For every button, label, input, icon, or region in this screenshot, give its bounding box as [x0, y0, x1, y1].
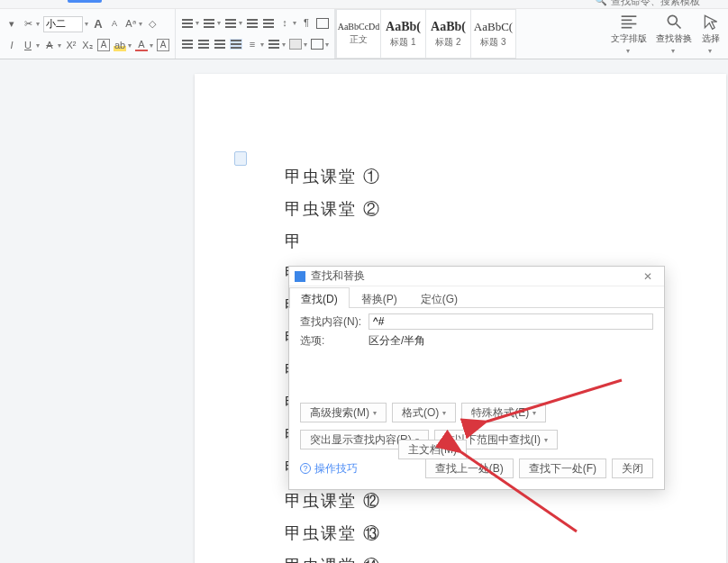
paste-icon[interactable]: ▾ — [5, 18, 18, 31]
tab-replace[interactable]: 替换(P) — [350, 287, 409, 308]
page-nav-icon[interactable] — [234, 151, 247, 166]
dialog-title-text: 查找和替换 — [311, 268, 365, 284]
find-content-input[interactable] — [369, 313, 653, 330]
doc-line[interactable]: 甲虫课堂 ⑭ — [285, 549, 636, 563]
strike-icon[interactable]: A — [43, 39, 56, 51]
svg-rect-2 — [622, 23, 637, 25]
decrease-indent-icon[interactable] — [262, 18, 275, 29]
borders-icon[interactable] — [311, 39, 323, 50]
menu-dev[interactable]: 开发工具 — [327, 0, 381, 3]
line-spacing-icon[interactable]: ≡ — [246, 38, 259, 50]
underline-icon[interactable]: U — [22, 39, 34, 51]
increase-font-icon[interactable]: A — [92, 18, 105, 31]
tab-find[interactable]: 查找(D) — [289, 287, 350, 308]
text-layout-button[interactable]: 文字排版▾ — [611, 13, 647, 55]
find-next-button[interactable]: 查找下一处(F) — [519, 459, 606, 478]
doc-line[interactable]: 甲虫课堂 ⑬ — [285, 517, 636, 549]
cut-icon[interactable]: ✂ — [22, 18, 34, 31]
right-tools: 文字排版▾ 查找替换▾ 选择▾ — [604, 9, 728, 59]
font-color-icon[interactable]: A — [135, 39, 148, 51]
close-button[interactable]: 关闭 — [612, 459, 653, 478]
menubar: 开始 插入 页面布局 引用 审阅 视图 章节 开发工具 会员专享 🔍 — [0, 0, 728, 9]
options-label: 选项: — [300, 333, 365, 349]
doc-line[interactable]: 甲虫课堂 ① — [285, 160, 636, 193]
font-size-select[interactable] — [43, 16, 83, 32]
format-button[interactable]: 格式(O)▾ — [392, 403, 456, 422]
find-replace-button[interactable]: 查找替换▾ — [656, 13, 692, 55]
tab-goto[interactable]: 定位(G) — [409, 287, 469, 308]
command-search[interactable]: 🔍 — [595, 0, 719, 6]
superscript-icon[interactable]: X² — [65, 39, 77, 51]
special-format-button[interactable]: 特殊格式(E)▾ — [461, 403, 546, 422]
style-label: 标题 2 — [435, 36, 460, 49]
svg-rect-3 — [622, 27, 632, 29]
style-preview: AaBbC( — [474, 20, 513, 34]
show-marks-icon[interactable]: ¶ — [300, 17, 313, 30]
subscript-icon[interactable]: X₂ — [81, 39, 94, 51]
ribbon: ▾ ✂ ▾ ▾ A A Aᵃ ▾ ◇ I U ▾ A ▾ X² X₂ A ab … — [0, 9, 728, 59]
style-label: 标题 3 — [480, 36, 505, 49]
styles-group: AaBbCcDd 正文 AaBb( 标题 1 AaBb( 标题 2 AaBbC(… — [335, 9, 516, 59]
char-shading-icon[interactable]: A — [97, 39, 110, 51]
menu-review[interactable]: 审阅 — [224, 0, 259, 3]
style-preview: AaBbCcDd — [338, 22, 380, 32]
sort-icon[interactable]: ↕ — [278, 17, 291, 30]
svg-rect-0 — [622, 15, 637, 17]
help-link[interactable]: ? 操作技巧 — [300, 461, 358, 477]
paragraph-group: ▾ ▾ ▾ ↕ ▾ ¶ ≡▾ ▾ ▾ ▾ — [176, 9, 335, 59]
search-icon: 🔍 — [595, 0, 607, 6]
style-heading3[interactable]: AaBbC( 标题 3 — [471, 9, 516, 59]
dialog-body: 查找内容(N): 选项: 区分全/半角 高级搜索(M)▾ 格式(O)▾ 特殊格式… — [289, 308, 664, 489]
document-area: 甲虫课堂 ① 甲虫课堂 ② 甲 甲 甲 甲 甲 甲虫课堂 ⑩ 甲虫课堂 ⑩ 甲虫… — [0, 59, 728, 563]
increase-indent-icon[interactable] — [246, 18, 259, 29]
dialog-titlebar[interactable]: 查找和替换 ✕ — [289, 267, 664, 286]
scope-main-doc-item[interactable]: 主文档(M) — [398, 440, 467, 459]
decrease-font-icon[interactable]: A — [108, 18, 121, 31]
svg-rect-1 — [622, 20, 632, 22]
align-left-icon[interactable] — [181, 39, 194, 50]
menu-start[interactable]: 开始 — [68, 0, 102, 3]
italic-icon[interactable]: I — [5, 39, 18, 51]
style-preview: AaBb( — [386, 20, 421, 34]
align-justify-icon[interactable] — [230, 39, 242, 50]
font-group: ▾ ✂ ▾ ▾ A A Aᵃ ▾ ◇ I U ▾ A ▾ X² X₂ A ab … — [0, 9, 176, 59]
find-prev-button[interactable]: 查找上一处(B) — [425, 459, 514, 478]
multilevel-icon[interactable] — [224, 18, 237, 29]
svg-line-5 — [677, 24, 681, 29]
style-heading2[interactable]: AaBb( 标题 2 — [426, 9, 471, 59]
clear-format-icon[interactable]: ◇ — [146, 18, 159, 31]
distribute-icon[interactable] — [268, 39, 280, 50]
align-center-icon[interactable] — [197, 39, 210, 50]
menu-chapter[interactable]: 章节 — [293, 0, 327, 3]
style-preview: AaBb( — [431, 20, 466, 34]
char-border-icon[interactable]: A — [157, 39, 169, 51]
dialog-tabs: 查找(D) 替换(P) 定位(G) — [289, 286, 664, 308]
insert-table-icon[interactable] — [316, 18, 329, 29]
dialog-app-icon — [295, 271, 305, 282]
numbering-icon[interactable] — [203, 18, 215, 29]
highlight-icon[interactable]: ab — [114, 39, 126, 51]
find-replace-dialog: 查找和替换 ✕ 查找(D) 替换(P) 定位(G) 查找内容(N): 选项: 区… — [288, 266, 665, 490]
style-body[interactable]: AaBbCcDd 正文 — [336, 9, 381, 59]
doc-line[interactable]: 甲虫课堂 ② — [285, 193, 636, 225]
menu-reference[interactable]: 引用 — [190, 0, 224, 3]
style-heading1[interactable]: AaBb( 标题 1 — [381, 9, 426, 59]
bullets-icon[interactable] — [181, 18, 194, 29]
options-value: 区分全/半角 — [369, 333, 425, 349]
shading-icon[interactable] — [289, 39, 302, 50]
find-content-label: 查找内容(N): — [300, 314, 365, 330]
menu-insert[interactable]: 插入 — [102, 0, 136, 3]
menu-layout[interactable]: 页面布局 — [136, 0, 190, 3]
style-label: 标题 1 — [390, 36, 415, 49]
doc-line[interactable]: 甲 — [285, 225, 636, 258]
menu-member[interactable]: 会员专享 — [381, 0, 435, 3]
help-icon: ? — [300, 463, 311, 474]
command-search-input[interactable] — [611, 0, 719, 6]
svg-point-4 — [668, 15, 677, 24]
align-right-icon[interactable] — [214, 39, 226, 50]
change-case-icon[interactable]: Aᵃ — [124, 18, 137, 31]
dialog-close-button[interactable]: ✕ — [635, 267, 660, 286]
menu-view[interactable]: 视图 — [259, 0, 293, 3]
select-button[interactable]: 选择▾ — [701, 13, 721, 55]
advanced-search-button[interactable]: 高级搜索(M)▾ — [300, 403, 387, 422]
